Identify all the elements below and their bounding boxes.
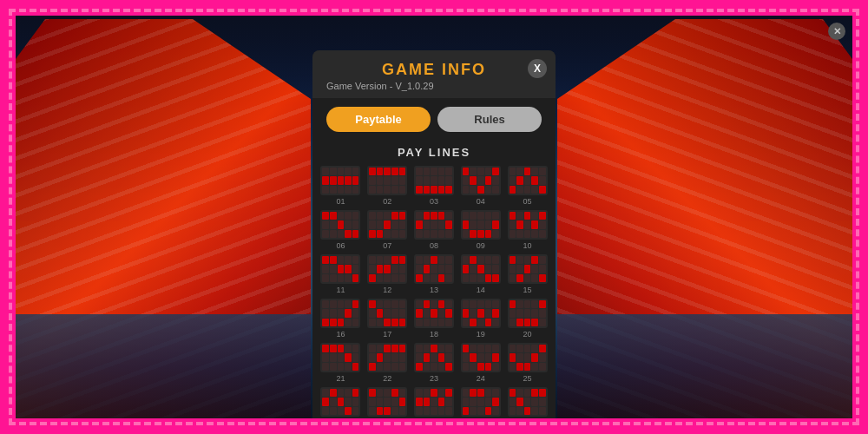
payline-cell <box>516 212 523 220</box>
payline-cell <box>539 230 546 238</box>
payline-cell <box>463 389 470 397</box>
payline-cell <box>391 353 398 361</box>
payline-cell <box>531 256 538 264</box>
payline-cell <box>330 300 337 308</box>
payline-cell <box>377 319 384 326</box>
payline-item: 07 <box>366 210 409 250</box>
payline-cell <box>377 407 384 415</box>
payline-cell <box>377 168 384 175</box>
modal-close-button[interactable]: X <box>528 59 547 78</box>
payline-cell <box>492 220 499 228</box>
payline-item: 16 <box>319 299 362 339</box>
payline-cell <box>377 398 384 405</box>
payline-cell <box>485 309 492 317</box>
payline-cell <box>531 186 538 194</box>
payline-cell <box>431 363 437 371</box>
payline-cell <box>352 309 359 317</box>
payline-cell <box>431 319 437 326</box>
payline-cell <box>416 363 423 371</box>
payline-cell <box>345 230 352 238</box>
payline-cell <box>470 300 477 308</box>
payline-cell <box>345 274 352 282</box>
payline-cell <box>416 265 423 273</box>
payline-item: 17 <box>366 299 409 339</box>
payline-number: 15 <box>523 286 532 294</box>
payline-item: 03 <box>413 166 456 206</box>
payline-cell <box>531 389 538 397</box>
payline-cell <box>463 398 470 405</box>
payline-cell <box>485 256 492 264</box>
payline-cell <box>445 168 452 175</box>
payline-item: 13 <box>413 254 456 294</box>
payline-cell <box>338 212 345 220</box>
payline-item: 30 <box>506 387 549 418</box>
payline-cell <box>338 363 345 371</box>
payline-cell <box>424 398 431 405</box>
payline-cell <box>338 407 345 415</box>
tab-rules[interactable]: Rules <box>437 107 542 132</box>
tab-paytable[interactable]: Paytable <box>326 107 431 132</box>
payline-cell <box>438 309 445 317</box>
payline-item: 29 <box>459 387 502 418</box>
payline-cell <box>424 363 431 371</box>
payline-cell <box>424 265 431 273</box>
payline-cell <box>438 300 445 308</box>
payline-item: 28 <box>413 387 456 418</box>
payline-cell <box>492 176 499 184</box>
payline-cell <box>330 168 337 175</box>
payline-cell <box>463 176 470 184</box>
payline-grid <box>508 254 548 284</box>
payline-cell <box>510 389 516 397</box>
payline-cell <box>345 212 352 220</box>
payline-cell <box>463 220 470 228</box>
payline-cell <box>524 407 531 415</box>
payline-cell <box>531 220 538 228</box>
payline-cell <box>330 363 337 371</box>
payline-cell <box>377 353 384 361</box>
payline-cell <box>399 345 406 352</box>
payline-cell <box>399 212 406 220</box>
top-corner-close-button[interactable]: ✕ <box>828 23 845 40</box>
payline-cell <box>330 274 337 282</box>
payline-cell <box>424 345 431 352</box>
payline-cell <box>445 274 452 282</box>
payline-cell <box>369 300 376 308</box>
payline-grid <box>414 254 454 284</box>
payline-grid <box>414 166 454 195</box>
payline-cell <box>391 274 398 282</box>
payline-cell <box>330 398 337 405</box>
payline-cell <box>510 230 516 238</box>
payline-cell <box>516 230 523 238</box>
payline-cell <box>438 176 445 184</box>
payline-cell <box>445 256 452 264</box>
payline-cell <box>345 389 352 397</box>
payline-cell <box>539 168 546 175</box>
payline-cell <box>416 309 423 317</box>
payline-cell <box>485 220 492 228</box>
payline-cell <box>384 274 391 282</box>
payline-cell <box>369 309 376 317</box>
payline-cell <box>531 407 538 415</box>
payline-cell <box>384 176 391 184</box>
payline-cell <box>377 265 384 273</box>
payline-cell <box>377 176 384 184</box>
payline-cell <box>539 274 546 282</box>
payline-cell <box>330 186 337 194</box>
payline-cell <box>330 176 337 184</box>
payline-grid <box>414 343 454 372</box>
payline-cell <box>431 256 437 264</box>
payline-cell <box>352 176 359 184</box>
payline-cell <box>338 389 345 397</box>
payline-cell <box>416 407 423 415</box>
payline-cell <box>438 212 445 220</box>
payline-cell <box>377 230 384 238</box>
payline-cell <box>539 363 546 371</box>
payline-cell <box>485 353 492 361</box>
payline-number: 21 <box>336 374 345 383</box>
payline-cell <box>477 220 484 228</box>
payline-cell <box>391 265 398 273</box>
payline-cell <box>485 363 492 371</box>
payline-cell <box>322 230 329 238</box>
payline-cell <box>445 265 452 273</box>
payline-cell <box>384 353 391 361</box>
